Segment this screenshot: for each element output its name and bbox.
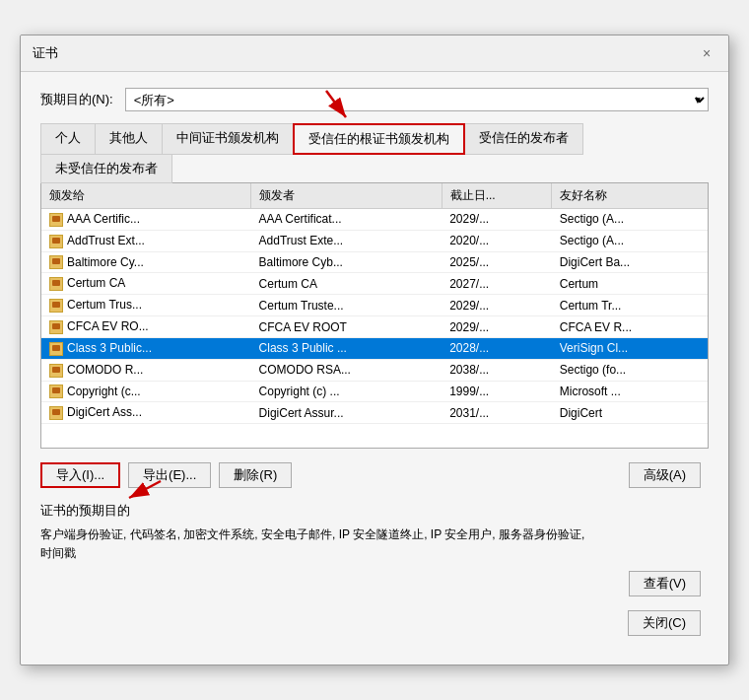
table-row[interactable]: Class 3 Public...Class 3 Public ...2028/… <box>41 337 708 359</box>
cell-expiry: 2020/... <box>442 230 552 251</box>
table-row[interactable]: AAA Certific...AAA Certificat...2029/...… <box>41 209 708 231</box>
tab-intermediate[interactable]: 中间证书颁发机构 <box>162 123 294 155</box>
cert-row-icon <box>49 235 63 248</box>
advanced-button[interactable]: 高级(A) <box>629 462 701 488</box>
cert-row-icon <box>49 342 63 356</box>
cell-issued-by: Baltimore Cyb... <box>251 251 443 273</box>
purpose-row: 预期目的(N): <所有> <box>40 88 709 111</box>
col-issued-by[interactable]: 颁发者 <box>251 183 443 209</box>
table-row[interactable]: Baltimore Cy...Baltimore Cyb...2025/...D… <box>41 251 708 273</box>
cell-expiry: 2025/... <box>442 251 552 273</box>
delete-button[interactable]: 删除(R) <box>219 462 292 488</box>
table-row[interactable]: CFCA EV RO...CFCA EV ROOT2029/...CFCA EV… <box>41 316 708 338</box>
title-bar: 证书 × <box>21 35 728 72</box>
cell-issued-by: CFCA EV ROOT <box>251 316 443 338</box>
tab-trusted-root[interactable]: 受信任的根证书颁发机构 <box>293 123 465 155</box>
view-button[interactable]: 查看(V) <box>629 571 701 596</box>
certificate-table: 颁发给 颁发者 截止日... 友好名称 AAA Certific...AAA C… <box>41 183 708 424</box>
tab-trusted-publisher[interactable]: 受信任的发布者 <box>464 123 583 155</box>
cell-issued-to: Copyright (c... <box>41 381 251 402</box>
cell-expiry: 2029/... <box>442 209 552 231</box>
certificate-table-container[interactable]: 颁发给 颁发者 截止日... 友好名称 AAA Certific...AAA C… <box>40 182 709 449</box>
dialog-title: 证书 <box>33 44 58 62</box>
cell-issued-to: Certum CA <box>41 273 251 295</box>
purpose-select-wrapper: <所有> <box>125 88 709 111</box>
cell-friendly-name: Microsoft ... <box>552 381 708 402</box>
close-button-row: 关闭(C) <box>40 610 709 636</box>
cell-issued-by: Certum Truste... <box>251 295 443 316</box>
cert-row-icon <box>49 213 63 227</box>
cell-issued-by: Copyright (c) ... <box>251 381 443 402</box>
col-expiry[interactable]: 截止日... <box>442 183 552 209</box>
dialog-content: 预期目的(N): <所有> 个人 其他人 中间证书颁发 <box>21 72 728 652</box>
cell-expiry: 2028/... <box>442 337 552 359</box>
buttons-row: 导入(I)... 导出(E)... 删除(R) 高级(A) <box>40 462 709 488</box>
certificate-dialog: 证书 × 预期目的(N): <所有> <box>20 35 729 665</box>
cert-row-icon <box>49 364 63 378</box>
purpose-label: 预期目的(N): <box>40 91 113 108</box>
cell-issued-to: CFCA EV RO... <box>41 316 251 338</box>
cell-friendly-name: CFCA EV R... <box>552 316 708 338</box>
cert-purpose-section: 证书的预期目的 客户端身份验证, 代码签名, 加密文件系统, 安全电子邮件, I… <box>40 502 709 563</box>
cert-row-icon <box>49 277 63 291</box>
table-row[interactable]: COMODO R...COMODO RSA...2038/...Sectigo … <box>41 359 708 381</box>
cell-issued-to: AddTrust Ext... <box>41 230 251 251</box>
export-button[interactable]: 导出(E)... <box>128 462 211 488</box>
cert-purpose-text: 客户端身份验证, 代码签名, 加密文件系统, 安全电子邮件, IP 安全隧道终止… <box>40 525 592 563</box>
cell-issued-by: COMODO RSA... <box>251 359 443 381</box>
cell-expiry: 2029/... <box>442 295 552 316</box>
cell-issued-by: Certum CA <box>251 273 443 295</box>
cell-issued-to: Class 3 Public... <box>41 337 251 359</box>
cell-issued-by: AddTrust Exte... <box>251 230 443 251</box>
cell-issued-to: AAA Certific... <box>41 209 251 231</box>
cell-friendly-name: VeriSign Cl... <box>552 337 708 359</box>
close-icon[interactable]: × <box>697 43 716 63</box>
table-row[interactable]: DigiCert Ass...DigiCert Assur...2031/...… <box>41 402 708 424</box>
cell-expiry: 2038/... <box>442 359 552 381</box>
cell-expiry: 1999/... <box>442 381 552 402</box>
cell-issued-by: DigiCert Assur... <box>251 402 443 424</box>
tabs-wrapper: 个人 其他人 中间证书颁发机构 受信任的根证书颁发机构 受信任的发布者 未受信任… <box>40 123 709 182</box>
cell-friendly-name: Certum Tr... <box>552 295 708 316</box>
import-button[interactable]: 导入(I)... <box>40 462 120 488</box>
cell-issued-by: AAA Certificat... <box>251 209 443 231</box>
cell-friendly-name: Sectigo (fo... <box>552 359 708 381</box>
tab-untrusted-publisher[interactable]: 未受信任的发布者 <box>40 154 172 183</box>
tab-personal[interactable]: 个人 <box>40 123 96 155</box>
cell-friendly-name: Sectigo (A... <box>552 230 708 251</box>
cell-issued-to: Certum Trus... <box>41 295 251 316</box>
col-friendly-name[interactable]: 友好名称 <box>552 183 708 209</box>
cell-expiry: 2031/... <box>442 402 552 424</box>
certificate-table-body: AAA Certific...AAA Certificat...2029/...… <box>41 209 708 424</box>
cert-row-icon <box>49 255 63 269</box>
buttons-arrow-container: 导入(I)... 导出(E)... 删除(R) 高级(A) <box>40 462 709 488</box>
cell-issued-by: Class 3 Public ... <box>251 337 443 359</box>
tabs-container: 个人 其他人 中间证书颁发机构 受信任的根证书颁发机构 受信任的发布者 未受信任… <box>40 123 709 182</box>
table-row[interactable]: Copyright (c...Copyright (c) ...1999/...… <box>41 381 708 402</box>
cert-purpose-title: 证书的预期目的 <box>40 502 709 520</box>
cert-row-icon <box>49 406 63 420</box>
table-row[interactable]: Certum Trus...Certum Truste...2029/...Ce… <box>41 295 708 316</box>
cert-row-icon <box>49 320 63 334</box>
cell-friendly-name: DigiCert <box>552 402 708 424</box>
cell-friendly-name: Certum <box>552 273 708 295</box>
cell-issued-to: Baltimore Cy... <box>41 251 251 273</box>
cert-row-icon <box>49 385 63 398</box>
dialog-close-button[interactable]: 关闭(C) <box>628 610 701 636</box>
table-header-row: 颁发给 颁发者 截止日... 友好名称 <box>41 183 708 209</box>
view-button-row: 查看(V) <box>40 571 709 596</box>
cell-issued-to: COMODO R... <box>41 359 251 381</box>
cert-row-icon <box>49 299 63 313</box>
col-issued-to[interactable]: 颁发给 <box>41 183 251 209</box>
cell-friendly-name: DigiCert Ba... <box>552 251 708 273</box>
cell-issued-to: DigiCert Ass... <box>41 402 251 424</box>
cell-friendly-name: Sectigo (A... <box>552 209 708 231</box>
tab-others[interactable]: 其他人 <box>95 123 163 155</box>
table-row[interactable]: Certum CACertum CA2027/...Certum <box>41 273 708 295</box>
table-row[interactable]: AddTrust Ext...AddTrust Exte...2020/...S… <box>41 230 708 251</box>
cell-expiry: 2027/... <box>442 273 552 295</box>
cell-expiry: 2029/... <box>442 316 552 338</box>
purpose-select[interactable]: <所有> <box>125 88 709 111</box>
